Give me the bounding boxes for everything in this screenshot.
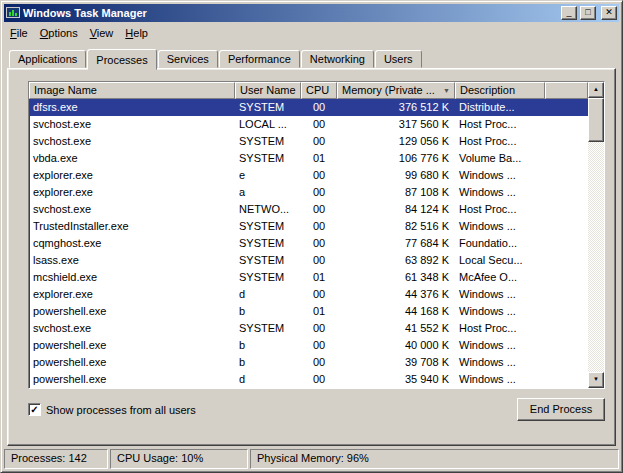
column-header-description[interactable]: Description (455, 82, 545, 99)
cell-description: Host Proc... (455, 133, 545, 150)
cell-image-name: mcshield.exe (29, 269, 235, 286)
cell-description: Host Proc... (455, 320, 545, 337)
cell-description: Windows ... (455, 371, 545, 388)
minimize-button[interactable]: _ (561, 6, 577, 20)
processes-tab-panel: Image Name User Name CPU Memory (Private… (7, 68, 616, 446)
scroll-down-icon[interactable]: ▼ (588, 372, 604, 388)
cell-description: Windows ... (455, 354, 545, 371)
vertical-scrollbar[interactable]: ▲ ▼ (588, 82, 604, 388)
menu-file[interactable]: File (4, 25, 34, 41)
cell-description: Foundatio... (455, 235, 545, 252)
column-header-memory-label: Memory (Private ... (342, 84, 435, 97)
cell-user-name: NETWO... (235, 201, 301, 218)
cell-image-name: cqmghost.exe (29, 235, 235, 252)
cell-memory: 87 108 K (337, 184, 455, 201)
cell-image-name: explorer.exe (29, 184, 235, 201)
process-row[interactable]: powershell.exeb0040 000 KWindows ... (29, 337, 588, 354)
tab-services[interactable]: Services (158, 50, 218, 68)
table-header: Image Name User Name CPU Memory (Private… (29, 82, 588, 99)
tab-performance[interactable]: Performance (219, 50, 300, 68)
process-row[interactable]: dfsrs.exeSYSTEM00376 512 KDistribute... (29, 99, 588, 116)
cell-image-name: svchost.exe (29, 201, 235, 218)
process-row[interactable]: lsass.exeSYSTEM0063 892 KLocal Secu... (29, 252, 588, 269)
cell-image-name: lsass.exe (29, 252, 235, 269)
titlebar[interactable]: Windows Task Manager _ □ ✕ (4, 4, 619, 22)
cell-user-name: SYSTEM (235, 218, 301, 235)
cell-cpu: 00 (301, 371, 337, 388)
cell-memory: 41 552 K (337, 320, 455, 337)
cell-image-name: explorer.exe (29, 286, 235, 303)
process-row[interactable]: explorer.exed0044 376 KWindows ... (29, 286, 588, 303)
cell-image-name: powershell.exe (29, 337, 235, 354)
tab-applications[interactable]: Applications (9, 50, 86, 68)
cell-memory: 82 516 K (337, 218, 455, 235)
process-row[interactable]: powershell.exeb0144 168 KWindows ... (29, 303, 588, 320)
cell-image-name: svchost.exe (29, 133, 235, 150)
menu-help[interactable]: Help (119, 25, 154, 41)
cell-user-name: d (235, 371, 301, 388)
window-title: Windows Task Manager (23, 7, 558, 19)
process-row[interactable]: cqmghost.exeSYSTEM0077 684 KFoundatio... (29, 235, 588, 252)
process-row[interactable]: svchost.exeSYSTEM00129 056 KHost Proc... (29, 133, 588, 150)
cell-user-name: LOCAL ... (235, 116, 301, 133)
process-row[interactable]: powershell.exeb0039 708 KWindows ... (29, 354, 588, 371)
process-list: dfsrs.exeSYSTEM00376 512 KDistribute...s… (29, 99, 588, 388)
process-row[interactable]: mcshield.exeSYSTEM0161 348 KMcAfee O... (29, 269, 588, 286)
tab-strip: Applications Processes Services Performa… (7, 47, 616, 68)
cell-description: Distribute... (455, 99, 545, 116)
tab-users[interactable]: Users (375, 50, 422, 68)
process-row[interactable]: svchost.exeNETWO...0084 124 KHost Proc..… (29, 201, 588, 218)
process-row[interactable]: TrustedInstaller.exeSYSTEM0082 516 KWind… (29, 218, 588, 235)
cell-user-name: SYSTEM (235, 320, 301, 337)
cell-user-name: SYSTEM (235, 269, 301, 286)
column-header-image-name[interactable]: Image Name (29, 82, 235, 99)
cell-cpu: 00 (301, 252, 337, 269)
cell-cpu: 00 (301, 133, 337, 150)
scrollbar-track[interactable] (588, 142, 604, 372)
cell-memory: 39 708 K (337, 354, 455, 371)
cell-image-name: explorer.exe (29, 167, 235, 184)
show-all-users-checkbox[interactable]: ✓ (28, 403, 41, 416)
cell-memory: 44 376 K (337, 286, 455, 303)
cell-description: Windows ... (455, 337, 545, 354)
scroll-up-icon[interactable]: ▲ (588, 82, 604, 98)
cell-cpu: 01 (301, 150, 337, 167)
process-row[interactable]: explorer.exea0087 108 KWindows ... (29, 184, 588, 201)
process-row[interactable]: powershell.exed0035 940 KWindows ... (29, 371, 588, 388)
maximize-button[interactable]: □ (580, 6, 596, 20)
cell-user-name: SYSTEM (235, 133, 301, 150)
tab-networking[interactable]: Networking (301, 50, 374, 68)
cell-memory: 63 892 K (337, 252, 455, 269)
cell-description: Windows ... (455, 184, 545, 201)
cell-memory: 44 168 K (337, 303, 455, 320)
column-header-cpu[interactable]: CPU (301, 82, 337, 99)
cell-user-name: SYSTEM (235, 150, 301, 167)
cell-user-name: b (235, 337, 301, 354)
cell-user-name: SYSTEM (235, 252, 301, 269)
process-row[interactable]: svchost.exeLOCAL ...00317 560 KHost Proc… (29, 116, 588, 133)
end-process-button[interactable]: End Process (517, 398, 605, 421)
process-row[interactable]: vbda.exeSYSTEM01106 776 KVolume Ba... (29, 150, 588, 167)
cell-user-name: a (235, 184, 301, 201)
cell-image-name: powershell.exe (29, 371, 235, 388)
process-row[interactable]: explorer.exee0099 680 KWindows ... (29, 167, 588, 184)
cell-cpu: 00 (301, 184, 337, 201)
process-row[interactable]: svchost.exeSYSTEM0041 552 KHost Proc... (29, 320, 588, 337)
cell-image-name: svchost.exe (29, 320, 235, 337)
cell-description: Local Secu... (455, 252, 545, 269)
cell-memory: 35 940 K (337, 371, 455, 388)
cell-memory: 77 684 K (337, 235, 455, 252)
column-header-user-name[interactable]: User Name (235, 82, 301, 99)
process-table: Image Name User Name CPU Memory (Private… (28, 81, 605, 389)
scrollbar-thumb[interactable] (588, 98, 604, 142)
status-bar: Processes: 142 CPU Usage: 10% Physical M… (4, 449, 619, 469)
column-header-memory[interactable]: Memory (Private ... ▼ (337, 82, 455, 99)
tab-processes[interactable]: Processes (87, 49, 156, 70)
process-table-main: Image Name User Name CPU Memory (Private… (29, 82, 588, 388)
menu-view[interactable]: View (84, 25, 120, 41)
cell-memory: 84 124 K (337, 201, 455, 218)
show-all-users-group[interactable]: ✓ Show processes from all users (28, 403, 196, 416)
close-button[interactable]: ✕ (601, 6, 617, 20)
cell-cpu: 00 (301, 167, 337, 184)
menu-options[interactable]: Options (34, 25, 84, 41)
